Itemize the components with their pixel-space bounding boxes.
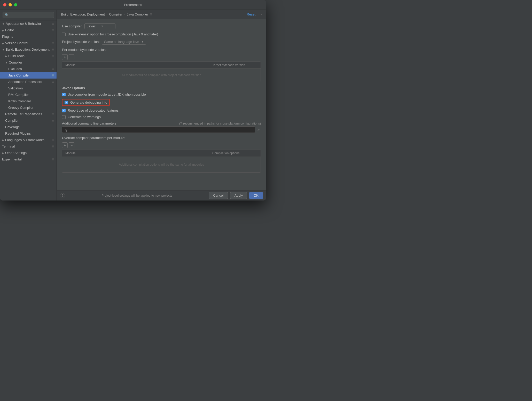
help-button[interactable]: ? — [60, 193, 65, 198]
project-bytecode-label: Project bytecode version: — [62, 40, 100, 44]
override-add-remove: + − — [62, 142, 261, 148]
sidebar-item-compiler[interactable]: ▼Compiler — [0, 59, 57, 66]
sidebar-item-groovy-compiler[interactable]: Groovy Compiler — [0, 104, 57, 111]
reset-button[interactable]: Reset — [247, 12, 255, 16]
breadcrumb-sep-2: › — [124, 12, 125, 16]
pin-icon: ⊞ — [52, 55, 54, 57]
cmd-params-input[interactable] — [62, 126, 255, 133]
apply-button[interactable]: Apply — [230, 192, 247, 199]
sidebar-item-other-settings[interactable]: ▶Other Settings — [0, 150, 57, 156]
per-module-table-body: All modules will be compiled with projec… — [62, 69, 261, 82]
generate-debug-checkbox[interactable] — [65, 101, 68, 104]
maximize-button[interactable] — [14, 3, 17, 6]
override-table: Module Compilation options Additional co… — [62, 150, 261, 173]
add-override-button[interactable]: + — [62, 142, 68, 148]
pin-icon: ⊞ — [52, 48, 54, 51]
sidebar: ▼Appearance & Behavior ⊞ ▶Editor ⊞ Plugi… — [0, 10, 57, 201]
breadcrumb: Build, Execution, Deployment › Compiler … — [61, 12, 152, 16]
back-arrow-icon[interactable]: ‹ — [259, 12, 260, 16]
additional-compilation-msg: Additional compilation options will be t… — [119, 163, 204, 166]
target-bytecode-col-header: Target bytecode version — [209, 62, 261, 68]
sidebar-item-java-compiler[interactable]: Java Compiler ⊞ — [0, 72, 57, 79]
sidebar-item-rmi-compiler[interactable]: RMI Compiler — [0, 91, 57, 98]
pin-icon: ⊞ — [52, 113, 54, 115]
sidebar-item-excludes[interactable]: Excludes ⊞ — [0, 66, 57, 72]
bytecode-dropdown-arrow-icon: ▼ — [141, 40, 144, 43]
pin-icon: ⊞ — [52, 80, 54, 83]
all-modules-msg: All modules will be compiled with projec… — [122, 73, 201, 77]
release-option-label: Use '--release' option for cross-compila… — [68, 32, 158, 36]
pin-icon: ⊞ — [52, 74, 54, 77]
breadcrumb-sep-1: › — [106, 12, 107, 16]
sidebar-item-build-tools[interactable]: ▶Build Tools ⊞ — [0, 53, 57, 59]
bytecode-dropdown[interactable]: Same as language leve ▼ — [102, 39, 146, 45]
module-col2-header: Module — [62, 150, 209, 157]
sidebar-item-appearance[interactable]: ▼Appearance & Behavior ⊞ — [0, 20, 57, 27]
expand-icon[interactable]: ⤢ — [256, 127, 261, 133]
sidebar-item-plugins[interactable]: Plugins — [0, 33, 57, 40]
override-title: Override compiler parameters per-module: — [62, 136, 261, 140]
content-body: Use compiler: Javac ▼ Use '--release' op… — [57, 19, 266, 190]
compiler-dropdown[interactable]: Javac ▼ — [84, 23, 115, 29]
sidebar-item-terminal[interactable]: Terminal ⊞ — [0, 143, 57, 150]
cmd-input-row: ⤢ — [62, 126, 261, 133]
generate-debug-label: Generate debugging info — [70, 101, 107, 104]
cancel-button[interactable]: Cancel — [209, 192, 228, 199]
ok-button[interactable]: OK — [249, 192, 263, 199]
remove-module-button[interactable]: − — [69, 54, 74, 60]
use-compiler-row: Use compiler: Javac ▼ — [62, 23, 261, 29]
pin-icon: ⊞ — [52, 145, 54, 148]
release-option-row: Use '--release' option for cross-compila… — [62, 32, 261, 36]
sidebar-item-annotation-processors[interactable]: Annotation Processors ⊞ — [0, 79, 57, 85]
sidebar-item-languages[interactable]: ▶Languages & Frameworks ⊞ — [0, 137, 57, 143]
pin-icon: ⊞ — [52, 138, 54, 141]
generate-no-warnings-row: Generate no warnings — [62, 115, 261, 119]
report-deprecated-checkbox[interactable] — [62, 109, 66, 112]
generate-debug-row: Generate debugging info — [62, 99, 110, 106]
compilation-col-header: Compilation options — [209, 150, 261, 157]
module-col-header: Module — [62, 62, 209, 68]
content-area: Build, Execution, Deployment › Compiler … — [57, 10, 266, 201]
override-table-header: Module Compilation options — [62, 150, 261, 157]
use-compiler-label: Use compiler: — [62, 24, 82, 28]
use-module-jdk-checkbox[interactable] — [62, 93, 66, 96]
pin-icon: ⊞ — [52, 29, 54, 32]
override-table-body: Additional compilation options will be t… — [62, 157, 261, 172]
pin-icon: ⊞ — [52, 67, 54, 70]
sidebar-item-build-execution[interactable]: ▼Build, Execution, Deployment ⊞ — [0, 46, 57, 53]
release-option-checkbox[interactable] — [62, 33, 66, 36]
per-module-table: Module Target bytecode version All modul… — [62, 61, 261, 82]
sidebar-item-validation[interactable]: Validation — [0, 85, 57, 91]
project-bytecode-row: Project bytecode version: Same as langua… — [62, 39, 261, 45]
pin-icon: ⊞ — [52, 42, 54, 44]
forward-arrow-icon[interactable]: › — [261, 12, 262, 16]
sidebar-item-required-plugins[interactable]: Required Plugins — [0, 130, 57, 137]
pin-icon: ⊞ — [52, 119, 54, 122]
sidebar-item-editor[interactable]: ▶Editor ⊞ — [0, 27, 57, 33]
search-bar — [0, 10, 57, 20]
sidebar-item-compiler2[interactable]: Compiler ⊞ — [0, 117, 57, 124]
remove-override-button[interactable]: − — [69, 142, 74, 148]
per-module-table-header: Module Target bytecode version — [62, 62, 261, 69]
sidebar-item-coverage[interactable]: Coverage — [0, 124, 57, 130]
generate-no-warnings-checkbox[interactable] — [62, 115, 66, 119]
report-deprecated-label: Report use of deprecated features — [68, 109, 119, 112]
close-button[interactable] — [3, 3, 6, 6]
bottom-bar: ? Project-level settings will be applied… — [57, 190, 266, 201]
minimize-button[interactable] — [9, 3, 12, 6]
add-module-button[interactable]: + — [62, 54, 68, 60]
generate-no-warnings-label: Generate no warnings — [68, 115, 101, 119]
sidebar-item-remote-jar[interactable]: Remote Jar Repositories ⊞ — [0, 111, 57, 117]
dropdown-arrow-icon: ▼ — [101, 25, 103, 28]
breadcrumb-part-1: Build, Execution, Deployment — [61, 12, 105, 16]
search-input[interactable] — [3, 12, 54, 18]
per-module-title: Per-module bytecode version: — [62, 48, 261, 52]
nav-arrows: ‹ › — [259, 12, 262, 16]
sidebar-item-version-control[interactable]: ▶Version Control ⊞ — [0, 40, 57, 46]
report-deprecated-row: Report use of deprecated features — [62, 109, 261, 112]
bookmark-icon: ⊞ — [150, 13, 152, 16]
status-text: Project-level settings will be applied t… — [101, 194, 172, 197]
cmd-params-label: Additional command line parameters: — [62, 121, 118, 125]
sidebar-item-experimental[interactable]: Experimental ⊞ — [0, 156, 57, 163]
sidebar-item-kotlin-compiler[interactable]: Kotlin Compiler — [0, 98, 57, 104]
